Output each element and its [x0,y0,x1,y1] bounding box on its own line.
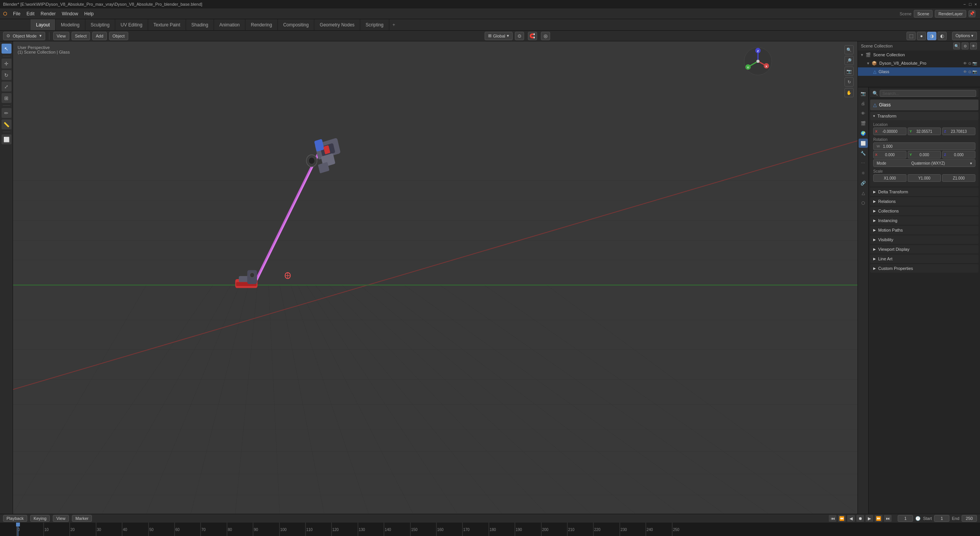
play-button[interactable]: ▶ [866,515,873,522]
end-frame-field[interactable]: 250 [962,515,977,522]
prop-icon-constraints[interactable]: 🔗 [859,178,868,188]
proportional-edit-button[interactable]: ◎ [541,32,550,40]
jump-forward-button[interactable]: ⏩ [875,515,882,522]
properties-search-input[interactable]: Search... [880,90,976,97]
prop-icon-material[interactable]: ⬡ [859,198,868,208]
dyson-render-icon[interactable]: 📷 [972,61,977,65]
add-workspace-button[interactable]: + [389,19,399,30]
play-reverse-button[interactable]: ◀ [847,515,855,522]
window-minimize[interactable]: − [963,2,965,7]
view-menu[interactable]: View [53,32,69,40]
tab-geometry-nodes[interactable]: Geometry Nodes [314,19,360,30]
prop-icon-physics[interactable]: ⚛ [859,168,868,178]
tab-animation[interactable]: Animation [214,19,245,30]
transform-section-header[interactable]: ▾ Transform [870,112,978,120]
menu-window[interactable]: Window [59,8,81,19]
tool-cursor[interactable]: ↖ [2,44,11,54]
instancing-header[interactable]: ▶ Instancing [870,216,978,225]
rotation-x-field[interactable]: X 0.000 [873,151,906,159]
tool-transform[interactable]: ⊞ [2,93,11,103]
viewport-gizmo[interactable]: Z X Y [743,46,773,77]
window-close[interactable]: × [975,2,977,7]
rotation-y-field[interactable]: Y 0.000 [908,151,941,159]
scene-selector[interactable]: Scene [914,10,933,18]
viewport-shade-rendered[interactable]: ◐ [938,32,947,40]
tab-modeling[interactable]: Modeling [56,19,85,30]
location-y-field[interactable]: Y 32.05571 [908,127,941,135]
outliner-item-scene-collection[interactable]: ▾ 🎬 Scene Collection [858,51,980,59]
prop-icon-output[interactable]: 🖨 [859,99,868,108]
camera-button[interactable]: 📷 [844,67,854,76]
object-menu[interactable]: Object [109,32,128,40]
tab-compositing[interactable]: Compositing [278,19,315,30]
custom-properties-header[interactable]: ▶ Custom Properties [870,264,978,273]
outliner-options-button[interactable]: ⚙ [962,42,969,49]
timeline-playback-menu[interactable]: Playback [3,515,27,522]
rotation-z-field[interactable]: Z 0.000 [942,151,975,159]
menu-blender[interactable]: ⬡ [0,8,10,19]
viewport-shade-wire[interactable]: ⬚ [906,32,916,40]
transform-pivot-button[interactable]: ⊙ [515,32,524,40]
outliner-item-dyson[interactable]: ▾ 📦 Dyson_V8_Absolute_Pro 👁 ⊙ 📷 [858,59,980,67]
viewport-3d[interactable]: User Perspective (1) Scene Collection | … [13,41,858,514]
visibility-header[interactable]: ▶ Visibility [870,235,978,244]
prop-icon-render[interactable]: 📷 [859,89,868,98]
tab-uv-editing[interactable]: UV Editing [115,19,148,30]
add-menu[interactable]: Add [92,32,107,40]
prop-icon-object[interactable]: ⬜ [859,139,868,148]
stop-button[interactable]: ⏺ [856,515,864,522]
menu-render[interactable]: Render [38,8,59,19]
glass-select-icon[interactable]: ⊙ [968,70,971,74]
tab-rendering[interactable]: Rendering [245,19,278,30]
timeline-keying-menu[interactable]: Keying [30,515,50,522]
timeline-view-menu[interactable]: View [53,515,69,522]
tab-layout[interactable]: Layout [31,19,56,30]
transform-orientation[interactable]: ⊞ Global ▾ [485,32,513,40]
line-art-header[interactable]: ▶ Line Art [870,255,978,263]
timeline-track[interactable]: 0 10 20 30 40 50 60 70 80 90 1 [0,523,980,536]
outliner-item-glass[interactable]: △ Glass 👁 ⊙ 📷 [858,67,980,76]
location-z-field[interactable]: Z 23.70813 [942,127,975,135]
timeline-marker-menu[interactable]: Marker [72,515,92,522]
current-frame-field[interactable]: 1 [898,515,913,522]
tool-scale[interactable]: ⤢ [2,82,11,92]
prop-icon-data[interactable]: △ [859,188,868,198]
relations-header[interactable]: ▶ Relations [870,197,978,206]
tab-scripting[interactable]: Scripting [360,19,389,30]
renderlayer-selector[interactable]: RenderLayer [935,10,966,18]
object-name-label[interactable]: Glass [879,102,891,108]
select-menu[interactable]: Select [72,32,90,40]
prop-icon-view[interactable]: 👁 [859,109,868,118]
prop-icon-scene[interactable]: 🎬 [859,119,868,128]
outliner-view-toggle[interactable]: 👁 [970,42,977,49]
dyson-eye-icon[interactable]: 👁 [963,61,967,65]
prop-icon-modifier[interactable]: 🔧 [859,149,868,158]
tool-add-cube[interactable]: ⬜ [2,134,11,144]
viewport-shade-material[interactable]: ◑ [927,32,936,40]
menu-help[interactable]: Help [81,8,97,19]
menu-file[interactable]: File [10,8,23,19]
tool-annotate[interactable]: ✏ [2,108,11,118]
window-maximize[interactable]: □ [969,2,972,7]
menu-edit[interactable]: Edit [23,8,38,19]
outliner-filter-button[interactable]: 🔍 [953,42,960,49]
delta-transform-header[interactable]: ▶ Delta Transform [870,188,978,196]
pan-button[interactable]: ✋ [844,88,854,97]
mode-selector[interactable]: ⊙ Object Mode ▾ [3,32,45,40]
dyson-select-icon[interactable]: ⊙ [968,61,971,65]
scale-z-field[interactable]: Z 1.000 [942,174,975,182]
pin-button[interactable]: 📌 [969,10,975,17]
orbit-button[interactable]: ↻ [844,77,854,87]
tab-texture-paint[interactable]: Texture Paint [148,19,186,30]
tab-sculpting[interactable]: Sculpting [85,19,115,30]
location-x-field[interactable]: X -0.00000 [873,127,906,135]
tool-rotate[interactable]: ↻ [2,70,11,80]
collections-header[interactable]: ▶ Collections [870,207,978,215]
scale-y-field[interactable]: Y 1.000 [908,174,941,182]
start-frame-field[interactable]: 1 [934,515,949,522]
viewport-display-header[interactable]: ▶ Viewport Display [870,245,978,253]
options-button[interactable]: Options ▾ [952,32,977,40]
snapping-button[interactable]: 🧲 [528,32,537,40]
zoom-in-button[interactable]: 🔍 [844,45,854,54]
rotation-w-field[interactable]: W 1.000 [873,142,975,150]
